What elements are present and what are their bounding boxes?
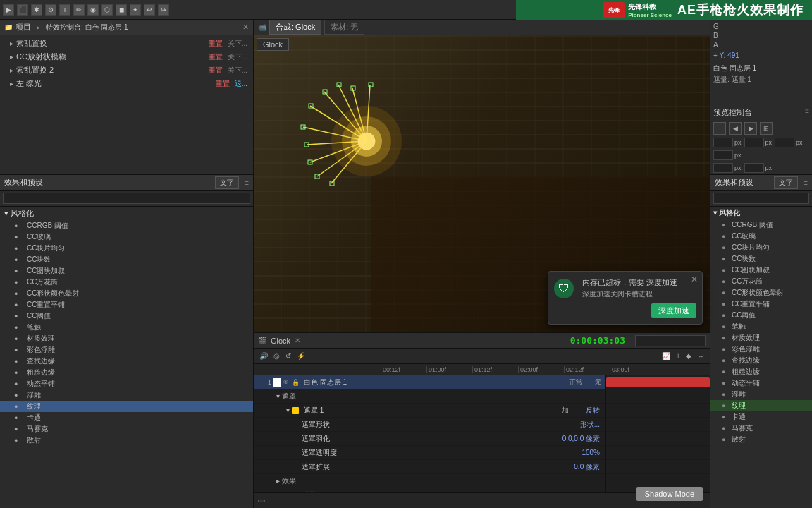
layer-mask-shape-val[interactable]: 形状... [577, 420, 603, 430]
px-input-3[interactable] [775, 138, 794, 147]
layer-mask-1[interactable]: ▾ 遮罩 1 加 反转 [254, 404, 605, 418]
notif-action-button[interactable]: 深度加速 [651, 303, 696, 318]
toolbar-icon-8[interactable]: ⬡ [102, 4, 113, 16]
layer-mask1-mode[interactable]: 加 [548, 406, 583, 416]
px-input-4[interactable] [713, 150, 733, 160]
ep-cckaleid[interactable]: ●CC万花筒 [710, 276, 812, 287]
ctrl-btn-2[interactable]: ◀ [729, 122, 742, 135]
effect-cccount[interactable]: ●CC块数 [0, 254, 253, 265]
ep-cat-stylize[interactable]: ▾ 风格化 [710, 207, 812, 219]
layer-mask-opacity[interactable]: 遮罩透明度 100% [254, 446, 605, 460]
panel-menu-icon[interactable]: ≡ [245, 179, 249, 187]
effect-mottle[interactable]: ●动态平铺 [0, 378, 253, 389]
project-item-1[interactable]: ▸ 索乱置换 重置 关下... [0, 37, 253, 50]
ep-scatter[interactable]: ●散射 [710, 434, 812, 445]
toolbar-icon-9[interactable]: ◼ [116, 4, 127, 16]
effect-ccthresh[interactable]: ●CC阈值 [0, 310, 253, 322]
ep-matl[interactable]: ●材质效理 [710, 332, 812, 344]
toolbar-icon-12[interactable]: ↪ [158, 4, 169, 16]
tl-solo-icon[interactable]: ◎ [272, 352, 281, 360]
close-icon[interactable]: ✕ [242, 23, 249, 32]
project-item-4[interactable]: ▸ 左 缭光 重置 退... [0, 77, 253, 90]
layer-mask-expand[interactable]: 遮罩扩展 0.0 像素 [254, 460, 605, 474]
ep-ccthresh[interactable]: ●CC阈值 [710, 310, 812, 321]
effects-tab-right[interactable]: 文字 [774, 176, 798, 189]
tl-add-icon[interactable]: + [675, 352, 682, 360]
effect-emboss[interactable]: ●浮雕 [0, 389, 253, 401]
effect-findedge[interactable]: ●查找边缘 [0, 356, 253, 367]
effect-ccblock[interactable]: ●CC块片均匀 [0, 243, 253, 254]
ep-ccrgb[interactable]: ●CCRGB 阈值 [710, 219, 812, 231]
viewer-tab[interactable]: Glock [257, 38, 289, 51]
ep-mottle[interactable]: ●动态平铺 [710, 377, 812, 389]
effect-ccshape[interactable]: ●CC形状颜色晕射 [0, 288, 253, 299]
effect-cctile[interactable]: ●CC图块加叔 [0, 265, 253, 277]
effects-search-input[interactable] [3, 193, 250, 204]
effect-scatter[interactable]: ●散射 [0, 435, 253, 446]
ep-mosaic[interactable]: ●马赛克 [710, 423, 812, 434]
effect-mosaic[interactable]: ●马赛克 [0, 423, 253, 435]
effect-coloremboss[interactable]: ●彩色浮雕 [0, 344, 253, 356]
effects-category-stylize[interactable]: ▾ 风格化 [0, 207, 253, 220]
toolbar-icon-11[interactable]: ↩ [144, 4, 155, 16]
px-input-5[interactable] [713, 163, 733, 173]
notif-close-icon[interactable]: ✕ [691, 274, 698, 284]
tl-draft-icon[interactable]: ⚡ [295, 352, 307, 360]
project-item-2[interactable]: ▸ CC放射状模糊 重置 关下... [0, 50, 253, 64]
ep-texture[interactable]: ●纹理 [710, 400, 812, 411]
toolbar-icon-7[interactable]: ◉ [87, 4, 99, 16]
layer-mask-group[interactable]: ▾ 遮罩 [254, 389, 605, 404]
layer-mask-opacity-val[interactable]: 100% [579, 449, 603, 456]
controls-menu-icon[interactable]: ≡ [805, 107, 809, 115]
layer-mode-main[interactable]: 正常 [558, 377, 593, 387]
effects-preset-menu-icon[interactable]: ≡ [804, 179, 808, 187]
toolbar-icon-10[interactable]: ✦ [130, 4, 141, 16]
px-input-1[interactable] [713, 138, 733, 147]
ep-ccglass[interactable]: ●CC玻璃 [710, 231, 812, 242]
px-input-6[interactable] [744, 163, 764, 173]
layer-mask-feather-val[interactable]: 0.0,0.0 像素 [560, 434, 603, 444]
ep-brush[interactable]: ●笔触 [710, 321, 812, 332]
ep-ccblock[interactable]: ●CC块片均匀 [710, 242, 812, 253]
toolbar-icon-4[interactable]: ⚙ [45, 4, 56, 16]
layer-mask1-inverted[interactable]: 反转 [583, 406, 603, 416]
layer-mask-shape[interactable]: 遮罩形状 形状... [254, 418, 605, 432]
effects-search-right-input[interactable] [713, 193, 809, 204]
layer-mask-feather[interactable]: 遮罩羽化 0.0,0.0 像素 [254, 432, 605, 446]
ctrl-btn-3[interactable]: ▶ [744, 122, 757, 135]
effect-roughedge[interactable]: ●粗糙边缘 [0, 367, 253, 378]
layer-mask-expand-val[interactable]: 0.0 像素 [571, 462, 603, 472]
shadow-mode-button[interactable]: Shadow Mode [636, 487, 703, 501]
ep-coloremboss[interactable]: ●彩色浮雕 [710, 344, 812, 355]
project-item-3[interactable]: ▸ 索乱置换 2 重置 关下... [0, 64, 253, 77]
toolbar-icon-3[interactable]: ✱ [31, 4, 42, 16]
toolbar-icon-1[interactable]: ▶ [3, 4, 14, 16]
effect-cartoon[interactable]: ●卡通 [0, 412, 253, 423]
effect-brush[interactable]: ●笔触 [0, 322, 253, 333]
ep-ccshape[interactable]: ●CC形状颜色晕射 [710, 287, 812, 298]
effect-ccrepeat[interactable]: ●CC重置平铺 [0, 299, 253, 310]
toolbar-icon-6[interactable]: ✏ [73, 4, 85, 16]
ep-cccount[interactable]: ●CC块数 [710, 253, 812, 265]
comp-tab-glock[interactable]: 合成: Glock [269, 20, 321, 35]
ep-cartoon[interactable]: ●卡通 [710, 411, 812, 423]
toggle-switch-label[interactable] [258, 500, 265, 502]
px-input-2[interactable] [744, 138, 764, 147]
ep-cctile[interactable]: ●CC图块加叔 [710, 265, 812, 276]
tl-audio-icon[interactable]: 🔊 [258, 352, 269, 360]
ep-roughedge[interactable]: ●粗糙边缘 [710, 366, 812, 377]
tl-graph-icon[interactable]: 📈 [660, 352, 672, 360]
tl-flow-icon[interactable]: ↔ [696, 352, 706, 360]
close-timeline-icon[interactable]: ✕ [295, 337, 300, 344]
tl-loop-icon[interactable]: ↺ [284, 352, 293, 360]
ep-emboss[interactable]: ●浮雕 [710, 389, 812, 400]
effect-texture2[interactable]: ●纹理 [0, 401, 253, 412]
ep-ccrepeat[interactable]: ●CC重置平铺 [710, 298, 812, 310]
effect-texture[interactable]: ●材质效理 [0, 333, 253, 344]
timeline-search-input[interactable] [635, 335, 706, 346]
effect-cckaleid[interactable]: ●CC万花筒 [0, 277, 253, 288]
toolbar-icon-2[interactable]: ⬛ [17, 4, 28, 16]
tl-key-icon[interactable]: ◆ [684, 352, 693, 360]
effect-ccglass[interactable]: ●CC玻璃 [0, 231, 253, 243]
ep-findedge[interactable]: ●查找边缘 [710, 355, 812, 366]
